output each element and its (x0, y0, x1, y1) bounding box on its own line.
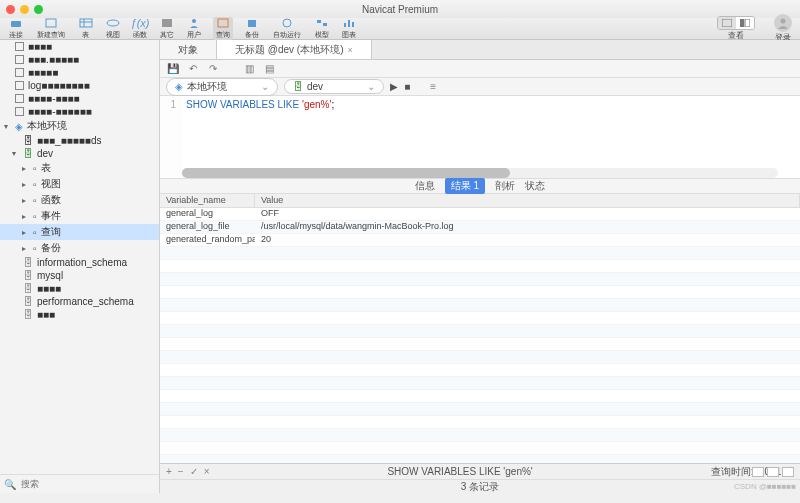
table-row[interactable] (160, 403, 800, 416)
undo-icon[interactable]: ↶ (186, 62, 200, 76)
connection-item[interactable]: ■■■■-■■■■■■ (0, 105, 159, 118)
db-node-first[interactable]: 🗄■■■_■■■■■ds (0, 134, 159, 147)
toolbar-misc-button[interactable]: 其它 (159, 17, 175, 40)
maximize-window[interactable] (34, 5, 43, 14)
table-row[interactable]: general_log_file/usr/local/mysql/data/wa… (160, 221, 800, 234)
db-child-backup[interactable]: ▸▫备份 (0, 240, 159, 256)
connection-item[interactable]: ■■■■■ (0, 66, 159, 79)
env-combo[interactable]: ◈本地环境⌄ (166, 78, 278, 96)
toolbar-plug-button[interactable]: 连接 (8, 17, 24, 40)
db-node[interactable]: 🗄■■■■ (0, 282, 159, 295)
tab-profile[interactable]: 剖析 (495, 179, 515, 193)
beautify-icon[interactable]: ≡ (430, 81, 436, 92)
connection-tree: ■■■■■■■.■■■■■■■■■■log■■■■■■■■■■■■-■■■■■■… (0, 40, 159, 474)
table-row[interactable]: generated_random_password_length20 (160, 234, 800, 247)
col-value[interactable]: Value (255, 194, 800, 207)
add-row-icon[interactable]: + (166, 466, 172, 477)
explain-icon[interactable]: ▤ (262, 62, 276, 76)
sidebar-search-input[interactable] (19, 477, 155, 491)
result-grid: Variable_name Value general_logOFFgenera… (160, 194, 800, 463)
col-variable-name[interactable]: Variable_name (160, 194, 255, 207)
table-row[interactable] (160, 325, 800, 338)
table-row[interactable] (160, 299, 800, 312)
delete-row-icon[interactable]: − (178, 466, 184, 477)
env-node[interactable]: ▾◈本地环境 (0, 118, 159, 134)
stop-icon[interactable]: ■ (404, 81, 410, 92)
toolbar-fx-button[interactable]: ƒ(x)函数 (132, 17, 148, 40)
user-avatar[interactable] (774, 14, 792, 32)
memo-view-icon[interactable] (782, 467, 794, 477)
svg-rect-12 (323, 23, 327, 26)
table-row[interactable]: general_logOFF (160, 208, 800, 221)
db-child-query[interactable]: ▸▫查询 (0, 224, 159, 240)
table-row[interactable] (160, 312, 800, 325)
table-row[interactable] (160, 364, 800, 377)
sql-code[interactable]: SHOW VARIABLES LIKE 'gen%'; (182, 96, 334, 178)
table-row[interactable] (160, 351, 800, 364)
table-row[interactable] (160, 390, 800, 403)
table-row[interactable] (160, 455, 800, 463)
tab-query[interactable]: 无标题 @dev (本地环境)× (217, 40, 372, 59)
save-icon[interactable]: 💾 (166, 62, 180, 76)
editor-tabs: 对象 无标题 @dev (本地环境)× (160, 40, 800, 60)
svg-rect-2 (80, 19, 92, 27)
toolbar-auto-button[interactable]: 自动运行 (271, 17, 303, 40)
db-child-fx[interactable]: ▸▫函数 (0, 192, 159, 208)
toolbar-view-button[interactable]: 视图 (105, 17, 121, 40)
table-row[interactable] (160, 260, 800, 273)
sidebar-search: 🔍 (0, 474, 159, 493)
editor-scrollbar[interactable] (182, 168, 778, 178)
toolbar-table-button[interactable]: 表 (78, 17, 94, 40)
table-row[interactable] (160, 377, 800, 390)
commit-icon[interactable]: ✓ (190, 466, 198, 477)
redo-icon[interactable]: ↷ (206, 62, 220, 76)
toolbar-newq-button[interactable]: 新建查询 (35, 17, 67, 40)
svg-point-7 (192, 19, 196, 23)
close-icon[interactable]: × (348, 45, 353, 55)
connection-item[interactable]: ■■■.■■■■■ (0, 53, 159, 66)
db-node[interactable]: 🗄■■■ (0, 308, 159, 321)
db-child-view[interactable]: ▸▫视图 (0, 176, 159, 192)
toolbar-query-button[interactable]: 查询 (213, 17, 233, 40)
toolbar-backup-button[interactable]: 备份 (244, 17, 260, 40)
svg-rect-6 (162, 19, 172, 27)
table-row[interactable] (160, 247, 800, 260)
svg-rect-0 (11, 21, 21, 27)
tab-result[interactable]: 结果 1 (445, 178, 485, 194)
tab-info[interactable]: 信息 (415, 179, 435, 193)
grid-toolbar: + − ✓ × SHOW VARIABLES LIKE 'gen%' 查询时间:… (160, 463, 800, 479)
close-window[interactable] (6, 5, 15, 14)
table-row[interactable] (160, 286, 800, 299)
tab-objects[interactable]: 对象 (160, 40, 217, 59)
content-area: 对象 无标题 @dev (本地环境)× 💾 ↶ ↷ ▥ ▤ ◈本地环境⌄ 🗄de… (160, 40, 800, 493)
connection-item[interactable]: ■■■■ (0, 40, 159, 53)
toolbar-user-button[interactable]: 用户 (186, 17, 202, 40)
app-title: Navicat Premium (362, 4, 438, 15)
view-mode-toggle[interactable] (717, 16, 755, 30)
connection-item[interactable]: ■■■■-■■■■ (0, 92, 159, 105)
main-toolbar: 连接新建查询表视图ƒ(x)函数其它用户查询备份自动运行模型图表 查看 登录 (0, 18, 800, 40)
run-icon[interactable]: ▶ (390, 81, 398, 92)
tab-status[interactable]: 状态 (525, 179, 545, 193)
format-icon[interactable]: ▥ (242, 62, 256, 76)
grid-view-icon[interactable] (752, 467, 764, 477)
toolbar-model-button[interactable]: 模型 (314, 17, 330, 40)
watermark: CSDN @■■■■■■ (734, 482, 796, 491)
db-child-event[interactable]: ▸▫事件 (0, 208, 159, 224)
minimize-window[interactable] (20, 5, 29, 14)
table-row[interactable] (160, 429, 800, 442)
db-node[interactable]: 🗄mysql (0, 269, 159, 282)
table-row[interactable] (160, 416, 800, 429)
table-row[interactable] (160, 338, 800, 351)
table-row[interactable] (160, 273, 800, 286)
sql-editor[interactable]: 1 SHOW VARIABLES LIKE 'gen%'; (160, 96, 800, 178)
toolbar-chart-button[interactable]: 图表 (341, 17, 357, 40)
db-node[interactable]: 🗄information_schema (0, 256, 159, 269)
db-node[interactable]: 🗄performance_schema (0, 295, 159, 308)
db-combo[interactable]: 🗄dev⌄ (284, 79, 384, 94)
db-node-dev[interactable]: ▾🗄dev (0, 147, 159, 160)
form-view-icon[interactable] (767, 467, 779, 477)
db-child-table[interactable]: ▸▫表 (0, 160, 159, 176)
connection-item[interactable]: log■■■■■■■■ (0, 79, 159, 92)
table-row[interactable] (160, 442, 800, 455)
